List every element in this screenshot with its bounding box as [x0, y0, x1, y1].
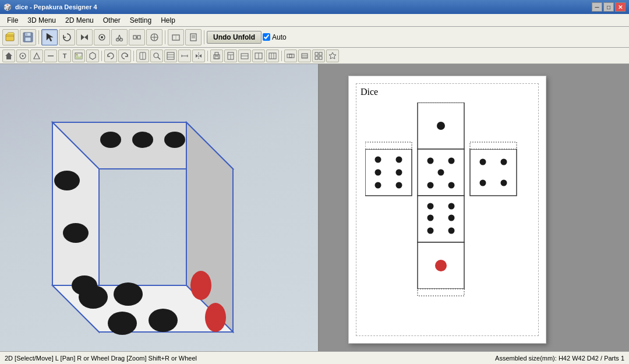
svg-point-95 [480, 180, 486, 186]
svg-point-71 [79, 285, 108, 309]
tb2-undo[interactable] [104, 50, 117, 62]
svg-point-68 [54, 171, 80, 190]
tb2-line[interactable] [44, 50, 57, 62]
tb2-triangle[interactable] [30, 50, 43, 62]
tb2-settings2[interactable] [326, 50, 339, 62]
tb2-col3[interactable] [266, 50, 279, 62]
svg-point-85 [396, 182, 402, 189]
dice-net [365, 103, 528, 330]
close-button[interactable]: ✕ [615, 2, 626, 12]
flip-button[interactable] [76, 29, 93, 45]
svg-point-6 [101, 36, 103, 38]
maximize-button[interactable]: □ [603, 2, 614, 12]
menu-bar: File 3D Menu 2D Menu Other Setting Help [0, 14, 629, 27]
svg-rect-0 [6, 34, 14, 41]
svg-rect-11 [133, 36, 136, 39]
tb2-page-layout[interactable] [224, 50, 237, 62]
svg-point-30 [154, 53, 158, 58]
cut-button[interactable] [111, 29, 128, 45]
svg-rect-58 [319, 52, 322, 55]
tb2-print[interactable] [210, 50, 223, 62]
move-button[interactable] [94, 29, 110, 45]
svg-rect-92 [470, 149, 517, 196]
status-right: Assembled size(mm): H42 W42 D42 / Parts … [495, 355, 624, 362]
tb2-expand[interactable] [284, 50, 297, 62]
join-button[interactable] [129, 29, 145, 45]
menu-help[interactable]: Help [156, 15, 180, 26]
tb2-flip-h[interactable] [192, 50, 205, 62]
svg-point-94 [501, 159, 507, 165]
svg-rect-12 [137, 36, 140, 39]
minimize-button[interactable]: ─ [592, 2, 602, 12]
app-icon: 🎲 [3, 3, 12, 11]
select-button[interactable] [41, 29, 58, 45]
paper-title-text: Dice [361, 87, 378, 97]
svg-point-80 [375, 157, 381, 163]
tb2-zoom[interactable] [150, 50, 163, 62]
tb2-text[interactable]: T [58, 50, 71, 62]
tb2-measure[interactable] [178, 50, 191, 62]
svg-point-72 [114, 282, 143, 306]
2d-viewport[interactable]: Dice [319, 64, 629, 351]
save-button[interactable] [20, 29, 36, 45]
status-bar: 2D [Select/Move] L [Pan] R or Wheel Drag… [0, 351, 629, 364]
tb2-home[interactable] [2, 50, 15, 62]
undo-unfold-button[interactable]: Undo Unfold [207, 31, 262, 44]
tb2-settings-view[interactable] [312, 50, 325, 62]
svg-point-90 [427, 182, 434, 189]
svg-point-84 [396, 169, 402, 176]
rect-select[interactable] [168, 29, 184, 45]
svg-point-83 [396, 157, 402, 163]
tb2-hex[interactable] [86, 50, 99, 62]
tb2-tab-right[interactable] [238, 50, 251, 62]
menu-other[interactable]: Other [98, 15, 125, 26]
auto-label: Auto [272, 33, 287, 41]
tb2-circle[interactable] [16, 50, 29, 62]
svg-point-78 [437, 122, 445, 130]
3d-viewport[interactable] [0, 64, 319, 351]
tb2-redo[interactable] [118, 50, 131, 62]
tb2-grid[interactable] [164, 50, 177, 62]
svg-rect-41 [215, 56, 218, 59]
tb2-collapse[interactable] [298, 50, 311, 62]
auto-checkbox-label[interactable]: Auto [263, 33, 287, 41]
svg-point-100 [448, 203, 455, 210]
svg-point-82 [375, 182, 381, 189]
svg-rect-60 [319, 56, 322, 59]
svg-point-96 [501, 180, 507, 186]
svg-point-73 [108, 312, 137, 335]
menu-3d[interactable]: 3D Menu [23, 15, 61, 26]
rotate-button[interactable] [59, 29, 75, 45]
svg-rect-59 [315, 56, 318, 59]
tb2-book[interactable] [136, 50, 149, 62]
3d-dice-render [6, 87, 309, 351]
auto-checkbox-input[interactable] [263, 33, 270, 41]
svg-point-75 [190, 271, 211, 300]
title-bar-controls: ─ □ ✕ [592, 2, 626, 12]
svg-point-88 [448, 158, 455, 164]
title-bar: 🎲 dice - Pepakura Designer 4 ─ □ ✕ [0, 0, 629, 14]
toolbar-secondary: T [0, 48, 629, 64]
svg-point-69 [63, 223, 89, 243]
tb2-col2[interactable] [252, 50, 265, 62]
menu-setting[interactable]: Setting [125, 15, 156, 26]
open-button[interactable] [2, 29, 19, 45]
svg-rect-2 [25, 33, 31, 36]
svg-rect-4 [26, 33, 27, 36]
svg-point-99 [427, 203, 434, 210]
svg-point-74 [149, 309, 178, 332]
svg-rect-109 [418, 289, 464, 296]
menu-2d[interactable]: 2D Menu [61, 15, 98, 26]
page-button[interactable] [185, 29, 202, 45]
pan-button[interactable] [146, 29, 162, 45]
toolbar-main: Undo Unfold Auto [0, 27, 629, 48]
svg-point-93 [480, 159, 486, 165]
svg-point-67 [164, 132, 185, 148]
svg-point-89 [438, 169, 444, 176]
svg-line-31 [158, 57, 160, 59]
svg-point-81 [375, 169, 381, 176]
svg-point-91 [448, 182, 455, 189]
svg-rect-108 [365, 142, 412, 149]
tb2-image[interactable] [72, 50, 85, 62]
menu-file[interactable]: File [2, 15, 23, 26]
